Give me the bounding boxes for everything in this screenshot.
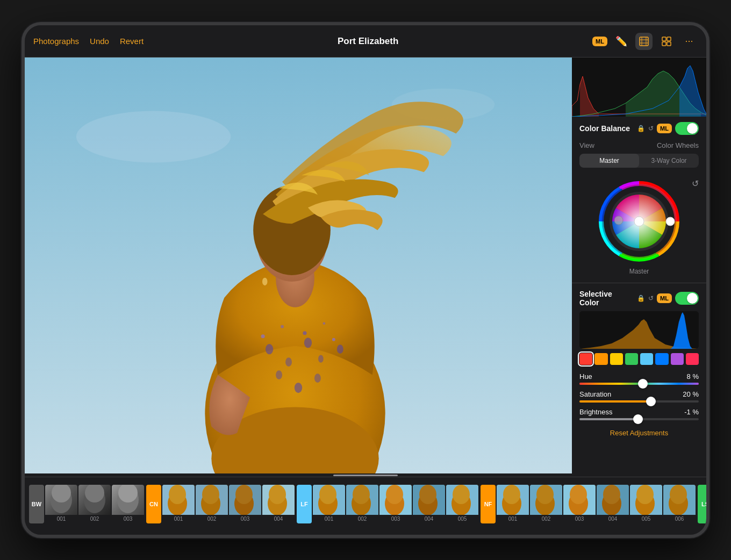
color-wheel[interactable] (596, 178, 682, 264)
film-thumb-lf-004[interactable]: 004 (413, 485, 445, 523)
svg-point-38 (614, 216, 623, 225)
undo-button[interactable]: Undo (90, 37, 109, 46)
thumb-label: 003 (229, 515, 261, 523)
cb-reset-icon[interactable]: ↺ (648, 125, 654, 132)
saturation-track[interactable] (579, 400, 699, 403)
svg-point-81 (570, 485, 587, 504)
color-wheel-svg (596, 178, 682, 264)
hue-track[interactable] (579, 383, 699, 385)
film-thumb-nf-003[interactable]: 003 (563, 485, 596, 523)
group-label-bw[interactable]: BW (29, 485, 44, 523)
swatch-blue[interactable] (655, 353, 668, 365)
brightness-label: Brightness (579, 408, 612, 416)
section-divider (572, 283, 706, 283)
film-thumb-bw-001[interactable]: 001 (45, 485, 77, 523)
svg-point-60 (319, 485, 336, 504)
svg-rect-8 (667, 42, 671, 46)
film-thumb-nf-002[interactable]: 002 (530, 485, 562, 523)
scroll-indicator-thumb (333, 475, 398, 476)
cb-ml-badge[interactable]: ML (657, 124, 672, 133)
saturation-slider-row: Saturation 20 % (572, 388, 706, 406)
group-label-lf[interactable]: LF (297, 485, 312, 523)
top-bar: Photographs Undo Revert Port Elizabeth M… (25, 25, 706, 58)
svg-point-28 (323, 322, 326, 325)
film-thumb-nf-006[interactable]: 006 (663, 485, 696, 523)
svg-rect-5 (662, 37, 666, 41)
film-thumb-cn-003[interactable]: 003 (229, 485, 261, 523)
film-thumb-cn-004[interactable]: 004 (262, 485, 295, 523)
film-thumb-bw-003[interactable]: 003 (112, 485, 144, 523)
pencil-icon[interactable]: ✏️ (613, 33, 630, 50)
brightness-thumb[interactable] (633, 414, 643, 424)
svg-point-23 (295, 383, 302, 393)
hue-value: 8 % (687, 372, 699, 380)
revert-button[interactable]: Revert (120, 37, 144, 46)
film-strip[interactable]: BW 001 002 003 CN (25, 477, 706, 530)
wheel-label: Master (629, 268, 649, 275)
group-label-ls[interactable]: LS (698, 485, 706, 523)
sc-ml-badge[interactable]: ML (657, 293, 672, 303)
group-label-nf[interactable]: NF (481, 485, 496, 523)
view-value[interactable]: Color Wheels (657, 141, 699, 149)
saturation-thumb[interactable] (646, 397, 656, 406)
svg-rect-6 (667, 37, 671, 41)
svg-point-51 (202, 485, 219, 504)
film-thumb-lf-001[interactable]: 001 (313, 485, 345, 523)
film-thumb-cn-002[interactable]: 002 (196, 485, 228, 523)
tab-3way[interactable]: 3-Way Color (639, 154, 699, 168)
swatch-green[interactable] (625, 353, 638, 365)
svg-point-24 (314, 374, 321, 383)
svg-point-63 (353, 485, 370, 504)
svg-point-69 (419, 485, 436, 504)
svg-point-36 (634, 217, 644, 226)
photographs-button[interactable]: Photographs (33, 37, 79, 46)
film-thumb-lf-003[interactable]: 003 (379, 485, 412, 523)
brightness-track[interactable] (579, 418, 699, 420)
swatch-cyan[interactable] (640, 353, 653, 365)
selective-histogram (579, 311, 699, 349)
svg-point-37 (666, 217, 675, 226)
svg-point-20 (318, 355, 324, 362)
svg-point-84 (603, 485, 620, 504)
tabs-row: Master 3-Way Color (579, 154, 699, 168)
wheel-reset-icon[interactable]: ↺ (692, 178, 699, 189)
reset-adjustments-button[interactable]: Reset Adjustments (572, 423, 706, 446)
swatch-pink[interactable] (686, 353, 699, 365)
right-panel: Color Balance 🔒 ↺ ML View Color Wheels M… (572, 58, 706, 473)
sc-reset-icon[interactable]: ↺ (648, 295, 654, 302)
grid-icon[interactable] (658, 33, 675, 50)
photo-image (25, 58, 572, 473)
film-group-nf: NF 001 002 003 (481, 485, 696, 523)
film-thumb-lf-005[interactable]: 005 (446, 485, 478, 523)
hue-thumb[interactable] (638, 379, 648, 389)
film-thumb-nf-001[interactable]: 001 (497, 485, 529, 523)
svg-point-75 (503, 485, 520, 504)
film-thumb-bw-002[interactable]: 002 (78, 485, 111, 523)
swatch-purple[interactable] (671, 353, 684, 365)
thumb-label: 003 (112, 515, 144, 523)
color-balance-toggle[interactable] (675, 122, 699, 135)
hue-label: Hue (579, 372, 592, 380)
group-label-cn[interactable]: CN (146, 485, 161, 523)
toolbar-right: ML ✏️ ··· (592, 33, 698, 50)
histogram-chart (572, 58, 706, 117)
film-thumb-nf-004[interactable]: 004 (597, 485, 629, 523)
more-icon[interactable]: ··· (680, 33, 698, 50)
film-thumb-cn-001[interactable]: 001 (162, 485, 195, 523)
swatch-red[interactable] (579, 353, 592, 365)
saturation-value: 20 % (683, 390, 699, 398)
ml-badge[interactable]: ML (592, 37, 607, 46)
film-thumb-lf-002[interactable]: 002 (346, 485, 378, 523)
swatch-yellow[interactable] (610, 353, 623, 365)
svg-point-22 (276, 370, 282, 379)
svg-point-57 (269, 485, 286, 504)
svg-point-19 (304, 338, 312, 348)
hue-label-row: Hue 8 % (579, 372, 699, 380)
film-thumb-nf-005[interactable]: 005 (630, 485, 662, 523)
svg-point-17 (266, 344, 273, 354)
crop-icon[interactable] (635, 33, 653, 50)
svg-point-66 (386, 485, 403, 504)
selective-color-toggle[interactable] (675, 292, 699, 305)
tab-master[interactable]: Master (579, 154, 639, 168)
swatch-orange[interactable] (594, 353, 607, 365)
